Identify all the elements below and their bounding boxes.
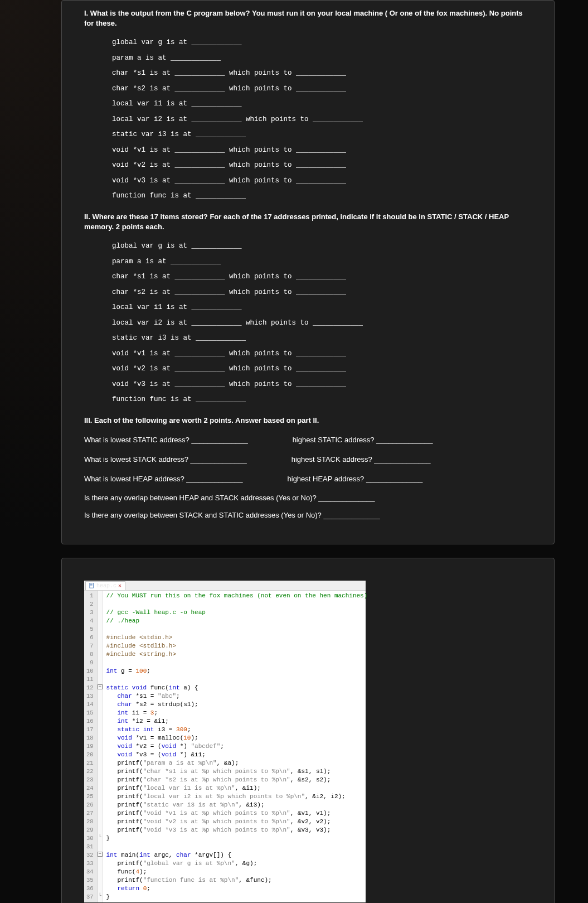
output-line: void *v1 is at ____________ which points…	[112, 143, 532, 158]
output-line: local var i2 is at ____________ which po…	[112, 316, 532, 331]
close-icon[interactable]: ✕	[118, 582, 122, 589]
output-line: param a is at ____________	[112, 254, 532, 270]
overlap-q2: Is there any overlap between STACK and S…	[84, 510, 532, 521]
output-line: char *s2 is at ____________ which points…	[112, 285, 532, 301]
output-line: void *v3 is at ____________ which points…	[112, 173, 532, 189]
address-question: highest STATIC address? ______________	[293, 434, 433, 446]
output-line: void *v2 is at ____________ which points…	[112, 361, 532, 377]
tab-filename: heap.c	[96, 583, 116, 589]
editor-tab-bar: heap.c ✕	[84, 581, 366, 591]
editor-body: 1234567891011121314151617181920212223242…	[84, 591, 366, 902]
address-question: highest HEAP address? ______________	[288, 474, 423, 485]
line-number-gutter: 1234567891011121314151617181920212223242…	[84, 591, 98, 902]
part1-heading: I. What is the output from the C program…	[84, 8, 532, 28]
output-line: global var g is at ____________	[112, 239, 532, 254]
code-content: // You MUST run this on the fox machines…	[103, 591, 371, 902]
fold-toggle-icon[interactable]: −	[98, 684, 103, 689]
output-line: local var i1 is at ____________	[112, 96, 532, 112]
output-line: local var i2 is at ____________ which po…	[112, 112, 532, 128]
output-line: function func is at ____________	[112, 392, 532, 408]
address-question: highest STACK address? ______________	[291, 454, 431, 466]
svg-rect-3	[90, 586, 93, 586]
output-line: param a is at ____________	[112, 51, 532, 66]
part1-lines: global var g is at ____________param a i…	[112, 35, 532, 204]
address-question-row: What is lowest STATIC address? _________…	[84, 432, 532, 448]
address-question: What is lowest STATIC address? _________…	[84, 434, 248, 446]
question-card: I. What is the output from the C program…	[61, 0, 555, 544]
part3-rows: What is lowest STATIC address? _________…	[84, 432, 532, 487]
output-line: char *s2 is at ____________ which points…	[112, 81, 532, 97]
output-line: local var i1 is at ____________	[112, 300, 532, 316]
output-line: void *v1 is at ____________ which points…	[112, 346, 532, 362]
output-line: void *v3 is at ____________ which points…	[112, 377, 532, 393]
output-line: void *v2 is at ____________ which points…	[112, 158, 532, 173]
fold-column: − └ − └	[98, 591, 103, 902]
output-line: static var i3 is at ____________	[112, 331, 532, 346]
file-icon	[89, 583, 95, 588]
output-line: static var i3 is at ____________	[112, 127, 532, 143]
code-editor: heap.c ✕ 1234567891011121314151617181920…	[84, 581, 366, 902]
part2-lines: global var g is at ____________param a i…	[112, 239, 532, 408]
address-question-row: What is lowest HEAP address? ___________…	[84, 471, 532, 487]
editor-tab[interactable]: heap.c ✕	[85, 581, 125, 590]
part3-heading: III. Each of the following are worth 2 p…	[84, 416, 532, 426]
overlap-q1: Is there any overlap between HEAP and ST…	[84, 492, 532, 504]
svg-rect-0	[90, 583, 94, 588]
code-card: heap.c ✕ 1234567891011121314151617181920…	[61, 558, 555, 903]
address-question: What is lowest STACK address? __________…	[84, 454, 247, 466]
output-line: char *s1 is at ____________ which points…	[112, 269, 532, 285]
output-line: global var g is at ____________	[112, 35, 532, 51]
output-line: char *s1 is at ____________ which points…	[112, 66, 532, 81]
address-question: What is lowest HEAP address? ___________…	[84, 474, 243, 485]
address-question-row: What is lowest STACK address? __________…	[84, 452, 532, 468]
output-line: function func is at ____________	[112, 189, 532, 204]
svg-rect-2	[90, 585, 93, 586]
svg-rect-1	[90, 584, 93, 585]
part2-heading: II. Where are these 17 items stored? For…	[84, 212, 532, 232]
fold-toggle-icon[interactable]: −	[98, 852, 103, 857]
